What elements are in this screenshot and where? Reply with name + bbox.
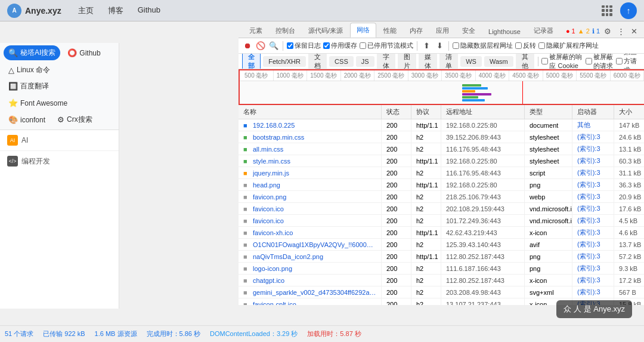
hide-ext-label[interactable]: 隐藏扩展程序网址 [538, 41, 599, 50]
offline-label[interactable]: 已停用节流模式 [360, 41, 413, 50]
filter-other[interactable]: 其他 [516, 54, 534, 69]
blocked-cookie-label[interactable]: 被屏蔽的响应 Cookie [541, 54, 583, 69]
table-row[interactable]: ■ head.png 200 http/1.1 192.168.0.225:80… [239, 179, 644, 191]
hide-data-checkbox[interactable] [453, 42, 459, 49]
filter-css[interactable]: CSS [329, 56, 354, 67]
sidebar-item-ai[interactable]: AI AI [0, 130, 119, 151]
filter-media[interactable]: 媒体 [419, 54, 437, 69]
table-row[interactable]: ■ jquery.min.js 200 h2 116.176.95.48:443… [239, 167, 644, 179]
search-button[interactable]: 🔍 [268, 41, 279, 51]
preserve-log-label[interactable]: 保留日志 [287, 41, 321, 50]
filter-ws[interactable]: WS [460, 56, 482, 67]
td-name: ■ favicon-xh.ico [239, 227, 382, 238]
table-row[interactable]: ■ gemini_sparkle_v002_d4735304ff6292a690… [239, 286, 644, 298]
tab-memory[interactable]: 内存 [404, 24, 429, 38]
th-status[interactable]: 状态 [382, 105, 411, 119]
third-party-checkbox[interactable] [616, 58, 623, 64]
quick-links-bar: 🔍 秘塔AI搜索 ⭕ Github △ Linux 命令 🔲 百度翻译 [0, 43, 119, 130]
td-type: vnd.microsoft.i... [525, 203, 572, 214]
filter-doc[interactable]: 文档 [308, 54, 327, 69]
table-row[interactable]: ■ 192.168.0.225 200 http/1.1 192.168.0.2… [239, 119, 644, 131]
devtools-more-icon[interactable]: ⋮ [615, 26, 626, 36]
file-type-icon: ■ [243, 134, 250, 141]
blocked-request-label[interactable]: 被屏蔽的请求 [586, 54, 614, 69]
disable-cache-checkbox[interactable] [323, 42, 330, 49]
bookmark-misuo[interactable]: 🔍 秘塔AI搜索 [4, 45, 60, 60]
tab-console[interactable]: 控制台 [270, 24, 301, 38]
devtools-close-icon[interactable]: ✕ [628, 26, 639, 36]
td-type: png [525, 251, 572, 262]
file-name: logo-icon.png [253, 265, 292, 272]
clear-button[interactable]: 🚫 [255, 41, 266, 51]
blocked-cookie-checkbox[interactable] [541, 58, 548, 64]
tab-application[interactable]: 应用 [430, 24, 455, 38]
tab-network[interactable]: 网络 [350, 23, 376, 38]
table-row[interactable]: ■ O1CN01FOwagl1XBpyVA2QVy_!!600000000288… [239, 239, 644, 251]
preserve-log-checkbox[interactable] [287, 42, 293, 49]
sidebar-item-dev[interactable]: </> 编程开发 [0, 151, 119, 171]
scroll-top-button[interactable]: ↑ [620, 2, 637, 19]
bookmark-linux[interactable]: △ Linux 命令 [4, 63, 55, 78]
download-icon[interactable]: ⬇ [434, 41, 445, 51]
tab-elements[interactable]: 元素 [243, 24, 268, 38]
tab-lighthouse[interactable]: Lighthouse [482, 26, 527, 38]
td-remote: 192.168.0.225:80 [441, 179, 525, 190]
bookmark-crx[interactable]: ⚙ Crx搜索 [52, 112, 97, 127]
bookmark-linux-label: Linux 命令 [17, 65, 50, 75]
blocked-request-checkbox[interactable] [586, 58, 592, 64]
bookmark-iconfont[interactable]: 🎨 iconfont [4, 113, 50, 127]
td-size: 31.1 kB [614, 167, 644, 178]
filter-fetch-xhr[interactable]: Fetch/XHR [263, 56, 306, 67]
nav-github[interactable]: Github [138, 5, 160, 16]
table-row[interactable]: ■ favicon.ico 200 h2 202.108.29.159:443 … [239, 203, 644, 215]
grid-menu-icon[interactable] [599, 2, 615, 19]
github-bm-icon: ⭕ [67, 48, 77, 57]
filter-font[interactable]: 字体 [377, 54, 395, 69]
th-name[interactable]: 名称 [239, 105, 382, 119]
invert-label[interactable]: 反转 [515, 41, 536, 50]
filter-manifest[interactable]: 清单 [439, 54, 458, 69]
th-remote[interactable]: 远程地址 [441, 105, 525, 119]
table-row[interactable]: ■ favicon-cplt.ico 200 h2 13.107.21.237:… [239, 298, 644, 305]
th-initiator[interactable]: 启动器 [572, 105, 614, 119]
devtools-settings-icon[interactable]: ⚙ [602, 26, 613, 36]
td-protocol: http/1.1 [411, 227, 441, 238]
table-row[interactable]: ■ bootstrap.min.css 200 h2 39.152.206.89… [239, 131, 644, 143]
third-party-label[interactable]: 第三方请求 [616, 54, 640, 69]
bookmark-github[interactable]: ⭕ Github [63, 46, 105, 60]
record-button[interactable]: ⏺ [242, 41, 253, 51]
table-row[interactable]: ■ logo-icon.png 200 h2 111.6.187.166:443… [239, 263, 644, 275]
td-remote: 203.208.49.98:443 [441, 286, 525, 298]
disable-cache-label[interactable]: 停用缓存 [323, 41, 357, 50]
bookmark-fontawesome[interactable]: ⭐ Font Awesome [4, 96, 72, 110]
tab-performance[interactable]: 性能 [377, 24, 402, 38]
hide-data-label[interactable]: 隐藏数据层程网址 [453, 41, 513, 50]
th-size[interactable]: 大小 [614, 105, 644, 119]
ruler-mark: 1000 毫秒 [274, 70, 308, 81]
table-row[interactable]: ■ favicon.png 200 h2 218.25.106.79:443 w… [239, 191, 644, 203]
table-row[interactable]: ■ chatgpt.ico 200 h2 112.80.252.187:443 … [239, 275, 644, 286]
th-type[interactable]: 类型 [525, 105, 572, 119]
th-protocol[interactable]: 协议 [411, 105, 441, 119]
tab-recorder[interactable]: 记录器 [528, 24, 559, 38]
invert-checkbox[interactable] [515, 42, 522, 49]
td-initiator: (索引):3 [572, 167, 614, 178]
filter-js[interactable]: JS [356, 56, 374, 67]
bookmark-baidu[interactable]: 🔲 百度翻译 [4, 79, 54, 94]
nav-blog[interactable]: 博客 [108, 5, 123, 16]
filter-all[interactable]: 全部 [242, 54, 261, 69]
upload-icon[interactable]: ⬆ [421, 41, 432, 51]
nav-home[interactable]: 主页 [78, 5, 94, 16]
offline-checkbox[interactable] [360, 42, 366, 49]
table-row[interactable]: ■ style.min.css 200 http/1.1 192.168.0.2… [239, 155, 644, 167]
table-row[interactable]: ■ all.min.css 200 h2 116.176.95.48:443 s… [239, 143, 644, 155]
tab-security[interactable]: 安全 [456, 24, 481, 38]
filter-wasm[interactable]: Wasm [484, 56, 513, 67]
table-row[interactable]: ■ favicon-xh.ico 200 http/1.1 42.62.43.2… [239, 227, 644, 239]
file-type-icon: ■ [243, 193, 250, 201]
tab-sources[interactable]: 源代码/来源 [302, 24, 349, 38]
hide-ext-checkbox[interactable] [538, 42, 545, 49]
filter-img[interactable]: 图片 [398, 54, 416, 69]
table-row[interactable]: ■ naQivTmsDa_icon2.png 200 http/1.1 112.… [239, 251, 644, 263]
table-row[interactable]: ■ favicon.ico 200 h2 101.72.249.36:443 v… [239, 215, 644, 227]
